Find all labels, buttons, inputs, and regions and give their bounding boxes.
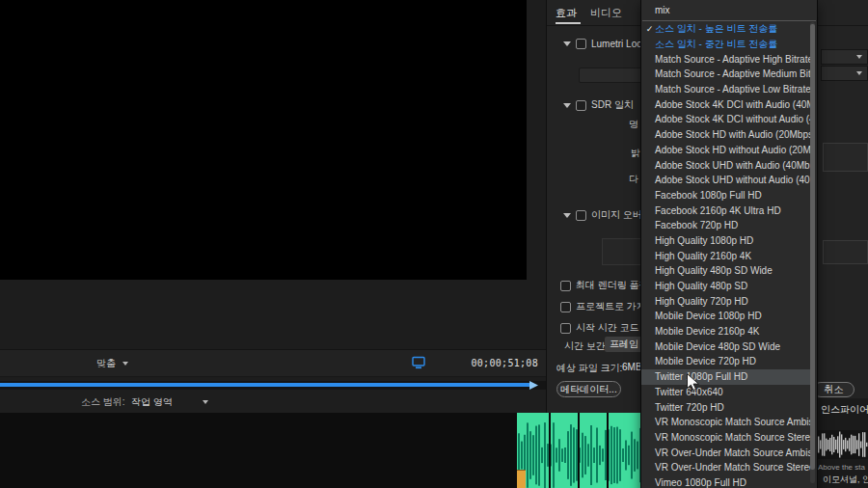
section-label: Lumetri Loo xyxy=(591,39,642,49)
preset-menu-item[interactable]: Mobile Device 2160p 4K xyxy=(641,324,810,339)
output-monitor-icon[interactable] xyxy=(412,356,426,369)
preset-menu-item[interactable]: High Quality 480p SD xyxy=(641,279,810,294)
preset-menu-item[interactable]: High Quality 2160p 4K xyxy=(641,248,810,263)
preset-dropdown-menu: mix ✓소스 일치 - 높은 비트 전송률소스 일치 - 중간 비트 전송률M… xyxy=(640,0,818,488)
section-sdr-conform[interactable]: SDR 일치 xyxy=(563,98,634,112)
track-tags-text: 이모셔널, 인 xyxy=(823,474,868,486)
preset-menu-item[interactable]: High Quality 1080p HD xyxy=(641,233,810,249)
preset-menu-item[interactable]: Vimeo 1080p Full HD xyxy=(641,475,810,488)
preset-menu-item-label: Match Source - Adaptive Medium Bitrate xyxy=(655,68,810,79)
preset-menu-item[interactable]: Match Source - Adaptive High Bitrate xyxy=(641,51,810,67)
preset-menu-item[interactable]: Adobe Stock HD without Audio (20Mbps) xyxy=(641,143,810,158)
preset-menu-item-label: VR Over-Under Match Source Ambisonics xyxy=(655,447,810,458)
audio-waveform-graphic xyxy=(817,430,868,459)
audio-clip-thumbnails[interactable] xyxy=(517,413,643,488)
option-import-into-project[interactable]: 프로젝트로 가져 xyxy=(560,300,646,313)
option-max-render-quality[interactable]: 최대 렌더링 품질 xyxy=(560,279,649,292)
source-range-row: 소스 범위: 작업 영역 xyxy=(0,390,546,413)
preset-menu-item[interactable]: Match Source - Adaptive Low Bitrate xyxy=(641,82,810,97)
preset-menu-item[interactable]: High Quality 720p HD xyxy=(641,293,810,309)
preset-menu-item-label: 소스 일치 - 중간 비트 전송률 xyxy=(655,38,777,51)
preset-menu-item[interactable]: VR Monoscopic Match Source Stereo Audio xyxy=(641,430,810,446)
chevron-down-icon xyxy=(856,71,862,75)
preset-menu-item[interactable]: Mobile Device 720p HD xyxy=(641,354,810,369)
preset-menu-item-label: Mobile Device 720p HD xyxy=(655,356,756,366)
mouse-cursor xyxy=(687,373,700,392)
preset-menu-item[interactable]: 소스 일치 - 중간 비트 전송률 xyxy=(641,37,810,52)
preset-menu-item[interactable]: Adobe Stock HD with Audio (20Mbps) xyxy=(641,127,810,143)
checkbox-lumetri-look[interactable] xyxy=(576,39,586,49)
section-image-overlay[interactable]: 이미지 오버 xyxy=(563,208,642,222)
pane-divider xyxy=(546,0,547,413)
preset-menu-item-label: Adobe Stock HD without Audio (20Mbps) xyxy=(655,145,810,155)
chevron-down-icon xyxy=(203,400,208,404)
cancel-button[interactable]: 취소 xyxy=(813,382,854,397)
source-range-dropdown[interactable]: 작업 영역 xyxy=(131,395,208,409)
preset-menu-item-label: High Quality 720p HD xyxy=(655,296,748,307)
checkbox-sdr-conform[interactable] xyxy=(576,100,586,111)
preset-menu-item-label: High Quality 480p SD xyxy=(655,281,747,291)
preset-menu-item-custom[interactable]: mix xyxy=(641,0,817,20)
tab-video[interactable]: 비디오 xyxy=(590,6,622,20)
checkmark-icon: ✓ xyxy=(644,24,655,34)
disclosure-triangle-icon[interactable] xyxy=(563,213,571,218)
video-preview xyxy=(0,0,527,280)
preset-menu-item[interactable]: Twitter 1080p Full HD xyxy=(641,369,810,385)
preset-menu-item[interactable]: VR Over-Under Match Source Stereo Audio xyxy=(641,460,810,475)
orange-clip[interactable] xyxy=(517,470,526,488)
preset-menu-item-label: Facebook 1080p Full HD xyxy=(655,190,762,201)
preset-menu-item[interactable]: Mobile Device 1080p HD xyxy=(641,309,810,324)
section-label: SDR 일치 xyxy=(591,98,634,112)
preset-menu-item-label: High Quality 480p SD Wide xyxy=(655,265,773,276)
sdr-slider-label-fragment: 명 xyxy=(629,118,638,131)
menu-scrollbar-thumb[interactable] xyxy=(810,24,815,470)
preset-menu-item[interactable]: VR Monoscopic Match Source Ambisonics xyxy=(641,415,810,430)
preset-menu-item[interactable]: ✓소스 일치 - 높은 비트 전송률 xyxy=(641,21,810,37)
preset-menu-item[interactable]: VR Over-Under Match Source Ambisonics xyxy=(641,445,810,460)
sdr-slider-label-fragment: 밝 xyxy=(631,147,640,160)
tab-effects[interactable]: 효과 xyxy=(556,6,577,20)
disclosure-triangle-icon[interactable] xyxy=(563,41,571,46)
checkbox-import-into-project[interactable] xyxy=(560,302,571,312)
playhead-marker[interactable] xyxy=(529,381,538,390)
preset-menu-item[interactable]: Match Source - Adaptive Medium Bitrate xyxy=(641,67,810,82)
preset-menu-item[interactable]: Mobile Device 480p SD Wide xyxy=(641,339,810,354)
checkbox-set-start-timecode[interactable] xyxy=(560,323,571,334)
preset-menu-item[interactable]: Facebook 1080p Full HD xyxy=(641,188,810,203)
preset-menu-item[interactable]: Twitter 720p HD xyxy=(641,399,810,415)
audio-waveform-thumbnail[interactable] xyxy=(817,430,868,459)
checkbox-image-overlay[interactable] xyxy=(576,210,586,221)
preset-menu-item[interactable]: Adobe Stock 4K DCI without Audio (40Mbps… xyxy=(641,112,810,127)
transport-bar: 맞춤 00;00;51;08 xyxy=(0,349,546,377)
menu-scrollbar[interactable] xyxy=(810,22,815,483)
option-label: 프로젝트로 가져 xyxy=(576,300,646,313)
preset-dropdown-fragment[interactable] xyxy=(821,66,868,81)
format-dropdown-fragment[interactable] xyxy=(821,49,868,65)
source-range-label: 소스 범위: xyxy=(81,395,125,409)
disclosure-triangle-icon[interactable] xyxy=(563,103,571,108)
section-lumetri-look[interactable]: Lumetri Loo xyxy=(563,39,642,49)
option-set-start-timecode[interactable]: 시작 시간 코드 설 xyxy=(560,321,651,335)
estimated-file-size-label: 예상 파일 크기: xyxy=(556,362,622,375)
preset-menu-item[interactable]: High Quality 480p SD Wide xyxy=(641,263,810,279)
sound-preset-title: 인스파이어어 xyxy=(821,403,868,417)
preset-menu-item-label: VR Over-Under Match Source Stereo Audio xyxy=(655,462,810,473)
preset-menu-item-label: Mobile Device 480p SD Wide xyxy=(655,341,780,352)
preset-menu-item-label: Vimeo 1080p Full HD xyxy=(655,477,746,488)
preset-menu-item[interactable]: Facebook 2160p 4K Ultra HD xyxy=(641,203,810,218)
preset-menu-item[interactable]: Adobe Stock 4K DCI with Audio (40Mbps) xyxy=(641,96,810,112)
preset-menu-list: ✓소스 일치 - 높은 비트 전송률소스 일치 - 중간 비트 전송률Match… xyxy=(641,21,817,488)
metadata-button[interactable]: 메타데이터... xyxy=(556,381,621,397)
checkbox-max-render-quality[interactable] xyxy=(560,281,571,291)
preset-menu-item[interactable]: Twitter 640x640 xyxy=(641,385,810,400)
zoom-fit-dropdown[interactable]: 맞춤 xyxy=(96,357,128,370)
preset-menu-item[interactable]: Adobe Stock UHD with Audio (40Mbps) xyxy=(641,157,810,173)
chevron-down-icon xyxy=(122,362,128,366)
preset-menu-item[interactable]: Adobe Stock UHD without Audio (40Mbps) xyxy=(641,173,810,188)
preset-menu-item-label: Adobe Stock UHD without Audio (40Mbps) xyxy=(655,175,810,185)
seek-bar[interactable] xyxy=(0,381,546,390)
preset-menu-item-label: Match Source - Adaptive High Bitrate xyxy=(655,54,810,65)
preset-menu-item[interactable]: Facebook 720p HD xyxy=(641,218,810,233)
track-title-text: Above the sta xyxy=(818,463,865,472)
preset-menu-item-label: Twitter 1080p Full HD xyxy=(655,371,747,382)
